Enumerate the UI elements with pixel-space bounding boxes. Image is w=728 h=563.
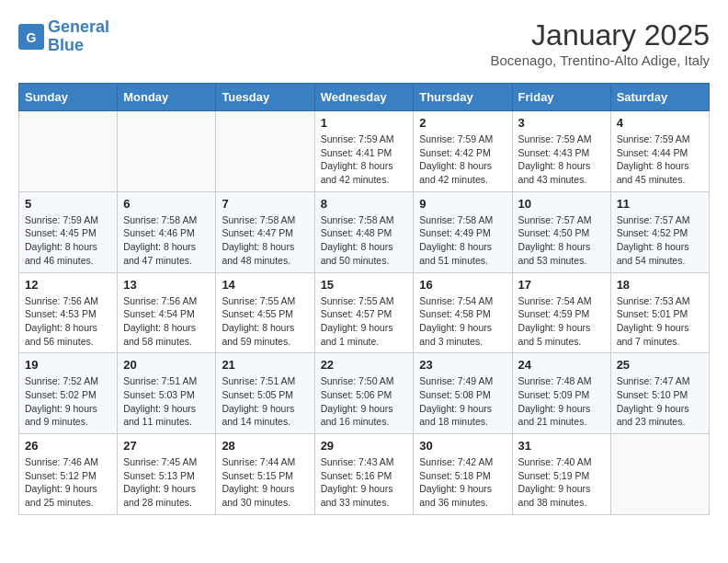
title-area: January 2025 Bocenago, Trentino-Alto Adi… (491, 18, 710, 68)
day-info: Sunrise: 7:40 AM Sunset: 5:19 PM Dayligh… (518, 455, 605, 510)
calendar-cell: 31Sunrise: 7:40 AM Sunset: 5:19 PM Dayli… (512, 434, 610, 515)
day-info: Sunrise: 7:59 AM Sunset: 4:43 PM Dayligh… (518, 132, 605, 187)
day-info: Sunrise: 7:59 AM Sunset: 4:41 PM Dayligh… (321, 132, 408, 187)
day-number: 1 (321, 116, 408, 130)
weekday-header-wednesday: Wednesday (314, 84, 414, 111)
calendar-cell: 5Sunrise: 7:59 AM Sunset: 4:45 PM Daylig… (19, 191, 118, 272)
calendar-cell: 9Sunrise: 7:58 AM Sunset: 4:49 PM Daylig… (414, 191, 512, 272)
day-number: 6 (123, 197, 210, 211)
calendar-cell: 26Sunrise: 7:46 AM Sunset: 5:12 PM Dayli… (19, 434, 118, 515)
day-number: 11 (617, 197, 703, 211)
day-number: 20 (123, 358, 210, 372)
day-info: Sunrise: 7:58 AM Sunset: 4:47 PM Dayligh… (222, 213, 308, 268)
day-number: 26 (25, 439, 111, 453)
calendar-cell: 2Sunrise: 7:59 AM Sunset: 4:42 PM Daylig… (414, 111, 512, 192)
day-number: 13 (123, 278, 210, 292)
calendar-cell: 21Sunrise: 7:51 AM Sunset: 5:05 PM Dayli… (216, 353, 314, 434)
day-info: Sunrise: 7:59 AM Sunset: 4:45 PM Dayligh… (25, 213, 111, 268)
day-number: 24 (518, 358, 605, 372)
day-info: Sunrise: 7:59 AM Sunset: 4:42 PM Dayligh… (419, 132, 506, 187)
day-number: 5 (25, 197, 111, 211)
calendar-cell (216, 111, 314, 192)
weekday-header-tuesday: Tuesday (216, 84, 314, 111)
day-info: Sunrise: 7:45 AM Sunset: 5:13 PM Dayligh… (123, 455, 210, 510)
day-info: Sunrise: 7:50 AM Sunset: 5:06 PM Dayligh… (321, 374, 408, 429)
calendar-cell: 27Sunrise: 7:45 AM Sunset: 5:13 PM Dayli… (118, 434, 216, 515)
calendar-cell: 4Sunrise: 7:59 AM Sunset: 4:44 PM Daylig… (610, 111, 709, 192)
calendar-cell: 14Sunrise: 7:55 AM Sunset: 4:55 PM Dayli… (216, 272, 314, 353)
week-row-1: 1Sunrise: 7:59 AM Sunset: 4:41 PM Daylig… (19, 111, 710, 192)
week-row-4: 19Sunrise: 7:52 AM Sunset: 5:02 PM Dayli… (19, 353, 710, 434)
weekday-header-sunday: Sunday (19, 84, 118, 111)
day-info: Sunrise: 7:58 AM Sunset: 4:49 PM Dayligh… (419, 213, 506, 268)
weekday-header-thursday: Thursday (414, 84, 512, 111)
day-info: Sunrise: 7:51 AM Sunset: 5:05 PM Dayligh… (222, 374, 308, 429)
logo-text: General Blue (48, 18, 109, 55)
day-number: 29 (321, 439, 408, 453)
day-info: Sunrise: 7:48 AM Sunset: 5:09 PM Dayligh… (518, 374, 605, 429)
logo: G General Blue (18, 18, 109, 55)
day-number: 9 (419, 197, 506, 211)
day-number: 27 (123, 439, 210, 453)
day-number: 16 (419, 278, 506, 292)
day-info: Sunrise: 7:59 AM Sunset: 4:44 PM Dayligh… (617, 132, 703, 187)
weekday-header-monday: Monday (118, 84, 216, 111)
day-info: Sunrise: 7:58 AM Sunset: 4:48 PM Dayligh… (321, 213, 408, 268)
day-info: Sunrise: 7:56 AM Sunset: 4:53 PM Dayligh… (25, 294, 111, 349)
logo-icon: G (18, 24, 44, 50)
day-number: 15 (321, 278, 408, 292)
day-number: 10 (518, 197, 605, 211)
day-info: Sunrise: 7:54 AM Sunset: 4:59 PM Dayligh… (518, 294, 605, 349)
day-info: Sunrise: 7:46 AM Sunset: 5:12 PM Dayligh… (25, 455, 111, 510)
svg-text:G: G (27, 30, 37, 45)
day-info: Sunrise: 7:55 AM Sunset: 4:57 PM Dayligh… (321, 294, 408, 349)
calendar-cell: 10Sunrise: 7:57 AM Sunset: 4:50 PM Dayli… (512, 191, 610, 272)
day-number: 23 (419, 358, 506, 372)
week-row-3: 12Sunrise: 7:56 AM Sunset: 4:53 PM Dayli… (19, 272, 710, 353)
calendar-cell: 6Sunrise: 7:58 AM Sunset: 4:46 PM Daylig… (118, 191, 216, 272)
calendar-cell: 16Sunrise: 7:54 AM Sunset: 4:58 PM Dayli… (414, 272, 512, 353)
calendar-cell: 1Sunrise: 7:59 AM Sunset: 4:41 PM Daylig… (314, 111, 414, 192)
day-info: Sunrise: 7:42 AM Sunset: 5:18 PM Dayligh… (419, 455, 506, 510)
weekday-header-row: SundayMondayTuesdayWednesdayThursdayFrid… (19, 84, 710, 111)
calendar-cell (19, 111, 118, 192)
day-info: Sunrise: 7:58 AM Sunset: 4:46 PM Dayligh… (123, 213, 210, 268)
day-number: 14 (222, 278, 308, 292)
day-info: Sunrise: 7:51 AM Sunset: 5:03 PM Dayligh… (123, 374, 210, 429)
calendar-cell: 19Sunrise: 7:52 AM Sunset: 5:02 PM Dayli… (19, 353, 118, 434)
calendar-cell: 29Sunrise: 7:43 AM Sunset: 5:16 PM Dayli… (314, 434, 414, 515)
day-info: Sunrise: 7:54 AM Sunset: 4:58 PM Dayligh… (419, 294, 506, 349)
day-info: Sunrise: 7:57 AM Sunset: 4:50 PM Dayligh… (518, 213, 605, 268)
day-number: 4 (617, 116, 703, 130)
day-number: 28 (222, 439, 308, 453)
week-row-2: 5Sunrise: 7:59 AM Sunset: 4:45 PM Daylig… (19, 191, 710, 272)
day-info: Sunrise: 7:44 AM Sunset: 5:15 PM Dayligh… (222, 455, 308, 510)
calendar-cell: 28Sunrise: 7:44 AM Sunset: 5:15 PM Dayli… (216, 434, 314, 515)
calendar-cell: 15Sunrise: 7:55 AM Sunset: 4:57 PM Dayli… (314, 272, 414, 353)
day-info: Sunrise: 7:49 AM Sunset: 5:08 PM Dayligh… (419, 374, 506, 429)
weekday-header-friday: Friday (512, 84, 610, 111)
day-number: 31 (518, 439, 605, 453)
day-number: 21 (222, 358, 308, 372)
calendar-cell: 12Sunrise: 7:56 AM Sunset: 4:53 PM Dayli… (19, 272, 118, 353)
calendar-cell: 24Sunrise: 7:48 AM Sunset: 5:09 PM Dayli… (512, 353, 610, 434)
calendar-cell: 11Sunrise: 7:57 AM Sunset: 4:52 PM Dayli… (610, 191, 709, 272)
calendar-cell: 7Sunrise: 7:58 AM Sunset: 4:47 PM Daylig… (216, 191, 314, 272)
calendar-cell: 8Sunrise: 7:58 AM Sunset: 4:48 PM Daylig… (314, 191, 414, 272)
day-number: 8 (321, 197, 408, 211)
day-number: 30 (419, 439, 506, 453)
calendar-cell: 23Sunrise: 7:49 AM Sunset: 5:08 PM Dayli… (414, 353, 512, 434)
calendar-cell: 20Sunrise: 7:51 AM Sunset: 5:03 PM Dayli… (118, 353, 216, 434)
calendar-cell (610, 434, 709, 515)
day-info: Sunrise: 7:47 AM Sunset: 5:10 PM Dayligh… (617, 374, 703, 429)
week-row-5: 26Sunrise: 7:46 AM Sunset: 5:12 PM Dayli… (19, 434, 710, 515)
day-number: 19 (25, 358, 111, 372)
weekday-header-saturday: Saturday (610, 84, 709, 111)
calendar-body: 1Sunrise: 7:59 AM Sunset: 4:41 PM Daylig… (19, 111, 710, 515)
day-number: 7 (222, 197, 308, 211)
calendar-cell: 25Sunrise: 7:47 AM Sunset: 5:10 PM Dayli… (610, 353, 709, 434)
calendar-cell (118, 111, 216, 192)
calendar-table: SundayMondayTuesdayWednesdayThursdayFrid… (18, 83, 710, 515)
day-number: 12 (25, 278, 111, 292)
location-title: Bocenago, Trentino-Alto Adige, Italy (491, 52, 710, 68)
